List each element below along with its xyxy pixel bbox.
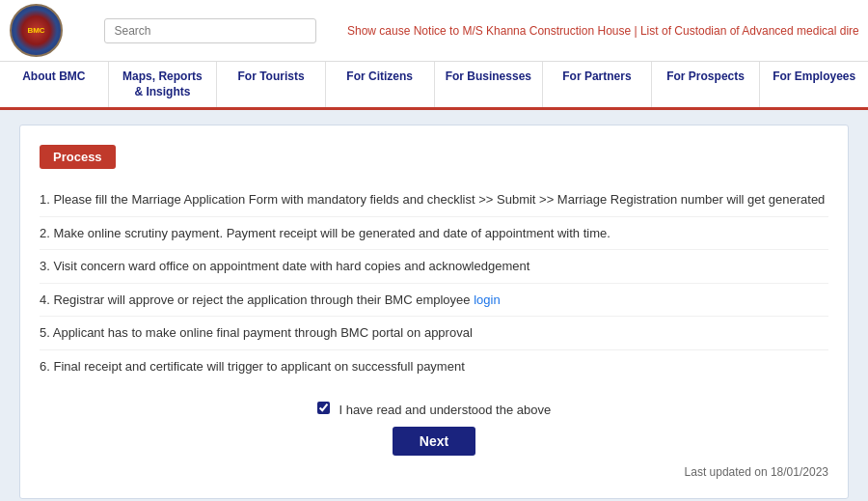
checkbox-area: I have read and understood the above <box>40 402 828 417</box>
nav-prospects[interactable]: For Prospects <box>652 62 761 107</box>
main-content: Process 1. Please fill the Marriage Appl… <box>0 110 868 501</box>
checkbox-label[interactable]: I have read and understood the above <box>317 403 551 417</box>
list-item: 6. Final receipt and certificate will tr… <box>40 350 828 383</box>
list-item: 4. Registrar will approve or reject the … <box>40 284 828 318</box>
list-item: 2. Make online scrutiny payment. Payment… <box>40 217 828 251</box>
read-checkbox[interactable] <box>317 402 330 414</box>
nav-citizens[interactable]: For Citizens <box>326 62 435 107</box>
last-updated: Last updated on 18/01/2023 <box>40 465 828 479</box>
list-item: 1. Please fill the Marriage Application … <box>40 183 828 217</box>
header: BMC Show cause Notice to M/S Khanna Cons… <box>0 0 868 62</box>
marquee-area: Show cause Notice to M/S Khanna Construc… <box>347 24 858 38</box>
list-item: 3. Visit concern ward office on appointm… <box>40 250 828 284</box>
next-button[interactable]: Next <box>393 427 475 456</box>
main-nav: About BMC Maps, Reports & Insights For T… <box>0 62 868 110</box>
nav-about-bmc[interactable]: About BMC <box>0 62 109 107</box>
logo: BMC <box>10 4 63 57</box>
list-item: 5. Applicant has to make online final pa… <box>40 317 828 350</box>
search-input[interactable] <box>104 18 316 43</box>
process-box: Process 1. Please fill the Marriage Appl… <box>19 125 849 499</box>
nav-maps-reports[interactable]: Maps, Reports & Insights <box>109 62 218 107</box>
nav-employees[interactable]: For Employees <box>760 62 868 107</box>
nav-businesses[interactable]: For Businesses <box>435 62 544 107</box>
login-link[interactable]: login <box>474 292 500 307</box>
search-area <box>82 18 338 43</box>
process-list: 1. Please fill the Marriage Application … <box>40 183 828 382</box>
nav-partners[interactable]: For Partners <box>543 62 652 107</box>
nav-tourists[interactable]: For Tourists <box>217 62 326 107</box>
process-tag: Process <box>40 145 116 169</box>
marquee-text: Show cause Notice to M/S Khanna Construc… <box>347 24 858 38</box>
next-btn-area: Next <box>40 427 828 456</box>
